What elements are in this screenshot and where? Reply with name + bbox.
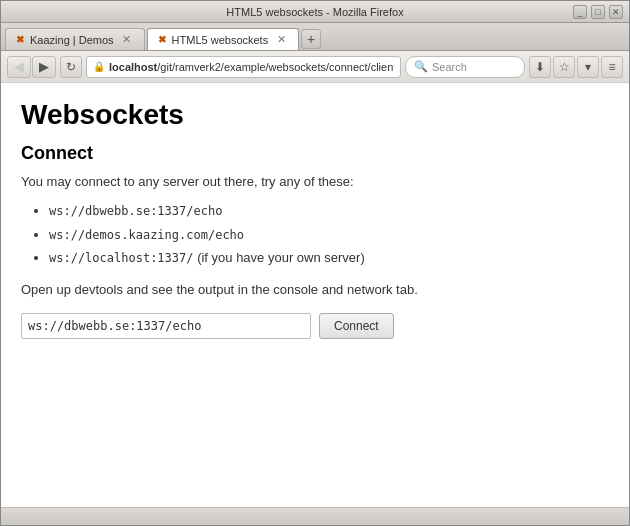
browser-window: HTML5 websockets - Mozilla Firefox _ □ ✕… [0,0,630,526]
download-button[interactable]: ⬇ [529,56,551,78]
search-icon: 🔍 [414,60,428,73]
address-host: localhost [109,61,157,73]
nav-back-forward: ◀ ▶ [7,56,56,78]
window-title: HTML5 websockets - Mozilla Firefox [226,6,403,18]
tab-kaazing-label: Kaazing | Demos [30,34,114,46]
list-item: ws://localhost:1337/ (if you have your o… [49,246,609,270]
maximize-button[interactable]: □ [591,5,605,19]
tab-kaazing-close[interactable]: ✕ [120,33,134,47]
tab-websockets-close[interactable]: ✕ [274,33,288,47]
tab-kaazing[interactable]: ✖ Kaazing | Demos ✕ [5,28,145,50]
tab-websockets[interactable]: ✖ HTML5 websockets ✕ [147,28,300,50]
list-item: ws://dbwebb.se:1337/echo [49,199,609,223]
connect-button[interactable]: Connect [319,313,394,339]
tab-kaazing-icon: ✖ [16,34,24,45]
close-button[interactable]: ✕ [609,5,623,19]
search-placeholder: Search [432,61,467,73]
tab-websockets-icon: ✖ [158,34,166,45]
list-item: ws://demos.kaazing.com/echo [49,223,609,247]
nav-actions: ⬇ ☆ ▾ ≡ [529,56,623,78]
search-box[interactable]: 🔍 Search [405,56,525,78]
titlebar: HTML5 websockets - Mozilla Firefox _ □ ✕ [1,1,629,23]
server-url-1: ws://dbwebb.se:1337/echo [49,204,222,218]
address-text: localhost/git/ramverk2/example/websocket… [109,61,394,73]
page-content: Websockets Connect You may connect to an… [1,83,629,507]
devtools-note: Open up devtools and see the output in t… [21,282,609,297]
new-tab-button[interactable]: + [301,29,321,49]
address-lock-icon: 🔒 [93,61,105,72]
minimize-button[interactable]: _ [573,5,587,19]
back-button[interactable]: ◀ [7,56,31,78]
dropmark-button[interactable]: ▾ [577,56,599,78]
tabbar: ✖ Kaazing | Demos ✕ ✖ HTML5 websockets ✕… [1,23,629,51]
address-bar[interactable]: 🔒 localhost/git/ramverk2/example/websock… [86,56,401,78]
address-path: /git/ramverk2/example/websockets/connect… [157,61,394,73]
description: You may connect to any server out there,… [21,174,609,189]
menu-button[interactable]: ≡ [601,56,623,78]
window-controls: _ □ ✕ [573,5,623,19]
navbar: ◀ ▶ ↻ 🔒 localhost/git/ramverk2/example/w… [1,51,629,83]
server-list: ws://dbwebb.se:1337/echo ws://demos.kaaz… [21,199,609,270]
section-title: Connect [21,143,609,164]
server-note-3: (if you have your own server) [197,250,365,265]
statusbar [1,507,629,525]
tab-websockets-label: HTML5 websockets [172,34,269,46]
page-title: Websockets [21,99,609,131]
server-url-2: ws://demos.kaazing.com/echo [49,228,244,242]
forward-button[interactable]: ▶ [32,56,56,78]
reload-button[interactable]: ↻ [60,56,82,78]
bookmark-button[interactable]: ☆ [553,56,575,78]
connect-input[interactable] [21,313,311,339]
server-url-3: ws://localhost:1337/ [49,251,194,265]
connect-form: Connect [21,313,609,339]
